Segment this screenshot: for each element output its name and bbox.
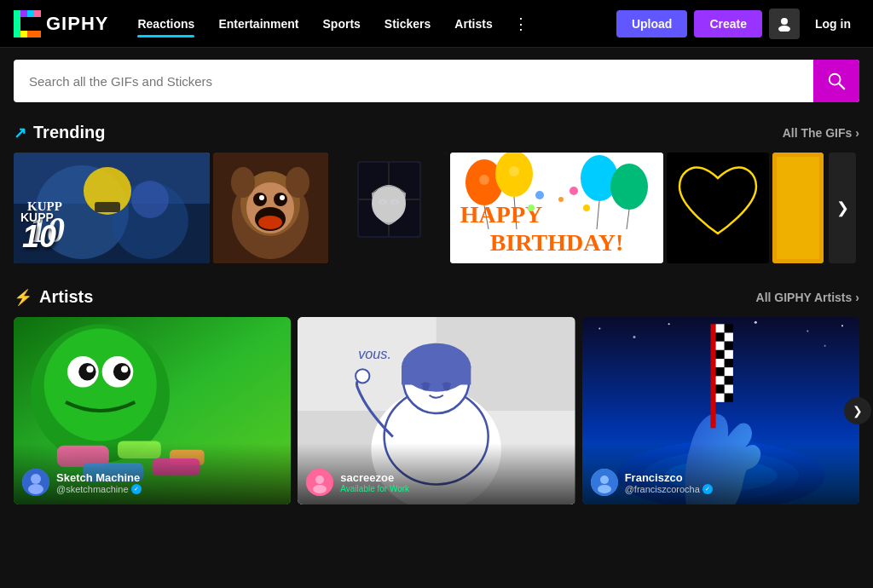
artists-row: Sketch Machine @sketchmachine ✓ <box>14 317 859 504</box>
svg-rect-126 <box>715 394 724 402</box>
more-menu-dots[interactable]: ⋮ <box>505 11 537 37</box>
svg-rect-0 <box>14 10 20 37</box>
svg-rect-125 <box>724 385 732 394</box>
artists-next-icon: ❯ <box>853 404 863 418</box>
trending-gif-6[interactable] <box>772 153 824 263</box>
create-button[interactable]: Create <box>694 10 762 37</box>
animal-gif-image <box>213 153 328 263</box>
trending-gif-1[interactable]: 10 KUPP <box>14 153 210 263</box>
svg-point-55 <box>569 187 578 195</box>
artist-details-sacreezoe: sacreezoe Available for Work <box>340 471 409 493</box>
svg-rect-114 <box>715 342 724 350</box>
trending-gif-2[interactable] <box>213 153 328 263</box>
nav-item-artists[interactable]: Artists <box>442 14 504 34</box>
artist-info-sacreezoe: sacreezoe Available for Work <box>298 443 575 504</box>
svg-rect-115 <box>724 342 732 350</box>
heart-gif-image <box>667 153 769 263</box>
svg-point-92 <box>356 369 369 383</box>
svg-point-57 <box>528 205 535 211</box>
svg-point-104 <box>841 325 843 326</box>
nav-item-sports[interactable]: Sports <box>311 14 373 34</box>
artist-card-sacreezoe[interactable]: vous. sacreezoe Available for Work <box>298 317 575 504</box>
trending-gif-5[interactable] <box>667 153 769 263</box>
svg-point-54 <box>535 191 544 199</box>
svg-point-56 <box>583 205 590 211</box>
search-button[interactable] <box>813 60 859 102</box>
svg-point-65 <box>44 328 157 441</box>
trending-row: 10 KUPP <box>14 153 859 263</box>
svg-rect-110 <box>715 324 724 332</box>
search-input[interactable] <box>14 62 813 101</box>
svg-point-71 <box>121 366 128 372</box>
svg-rect-4 <box>20 31 27 37</box>
artist-name-sketch-machine: Sketch Machine <box>56 471 142 484</box>
svg-point-45 <box>610 164 648 210</box>
artist-card-sketch-machine[interactable]: Sketch Machine @sketchmachine ✓ <box>14 317 291 504</box>
svg-rect-2 <box>27 10 34 17</box>
artist-info-franciszco: Franciszco @franciszcorocha ✓ <box>582 443 859 504</box>
football-gif-image: 10 KUPP <box>14 153 210 263</box>
logo-text: GIPHY <box>46 13 108 35</box>
svg-rect-120 <box>715 367 724 376</box>
artists-header: ⚡ Artists All GIPHY Artists › <box>14 287 859 307</box>
trending-title: ↗ Trending <box>14 123 105 142</box>
svg-line-9 <box>839 84 844 89</box>
trending-gif-3[interactable] <box>332 153 447 263</box>
svg-rect-121 <box>724 367 732 376</box>
login-button[interactable]: Log in <box>807 10 859 37</box>
artist-card-franciszco[interactable]: Franciszco @franciszcorocha ✓ <box>582 317 859 504</box>
svg-point-26 <box>280 195 285 200</box>
user-icon-button[interactable] <box>769 9 800 39</box>
svg-point-29 <box>231 167 255 198</box>
all-gifs-link[interactable]: All The GIFs › <box>783 126 859 140</box>
svg-point-102 <box>754 321 756 324</box>
verified-badge-sketch: ✓ <box>131 484 142 494</box>
svg-point-17 <box>131 181 169 218</box>
svg-point-95 <box>315 476 324 484</box>
svg-rect-18 <box>95 202 120 212</box>
logo[interactable]: GIPHY <box>14 10 108 37</box>
svg-point-79 <box>28 484 43 494</box>
svg-point-28 <box>258 216 282 229</box>
svg-point-98 <box>598 327 600 329</box>
giphy-logo-icon <box>14 10 41 37</box>
all-artists-link[interactable]: All GIPHY Artists › <box>756 291 859 304</box>
artists-next-button[interactable]: ❯ <box>844 397 871 424</box>
svg-rect-5 <box>27 31 41 37</box>
artist-name-franciszco: Franciszco <box>625 471 713 484</box>
trending-icon: ↗ <box>14 124 26 142</box>
verified-badge-franc: ✓ <box>702 484 713 494</box>
artist-handle-franciszco: @franciszcorocha ✓ <box>625 484 713 494</box>
svg-rect-59 <box>667 153 769 263</box>
svg-rect-113 <box>724 333 732 342</box>
svg-point-105 <box>824 345 825 347</box>
svg-point-68 <box>78 363 95 380</box>
search-bar <box>14 60 859 102</box>
nav-item-entertainment[interactable]: Entertainment <box>206 14 310 34</box>
artists-section: ⚡ Artists All GIPHY Artists › <box>0 279 873 504</box>
svg-point-129 <box>600 476 609 484</box>
svg-text:BIRTHDAY!: BIRTHDAY! <box>490 229 624 256</box>
svg-point-69 <box>113 363 130 380</box>
svg-rect-123 <box>724 376 732 384</box>
nav-item-stickers[interactable]: Stickers <box>373 14 442 34</box>
search-icon <box>827 72 846 90</box>
svg-rect-116 <box>715 350 724 359</box>
trending-gif-4[interactable]: HAPPY BIRTHDAY! <box>450 153 663 263</box>
artist-handle-sketch-machine: @sketchmachine ✓ <box>56 484 142 494</box>
upload-button[interactable]: Upload <box>616 10 687 37</box>
trending-next-icon: ❯ <box>836 199 849 217</box>
trending-section: ↗ Trending All The GIFs › 10 KUPP <box>0 114 873 263</box>
svg-rect-118 <box>715 359 724 367</box>
svg-point-70 <box>86 366 93 372</box>
svg-rect-111 <box>724 324 732 332</box>
artists-lightning-icon: ⚡ <box>14 288 32 307</box>
nav-item-reactions[interactable]: Reactions <box>125 14 206 34</box>
svg-rect-89 <box>402 366 471 384</box>
svg-rect-109 <box>710 324 715 428</box>
svg-point-103 <box>807 330 808 331</box>
artist-details-sketch-machine: Sketch Machine @sketchmachine ✓ <box>56 471 142 494</box>
svg-point-78 <box>31 474 41 484</box>
svg-text:KUPP: KUPP <box>27 199 62 213</box>
trending-next-button[interactable]: ❯ <box>829 153 856 263</box>
